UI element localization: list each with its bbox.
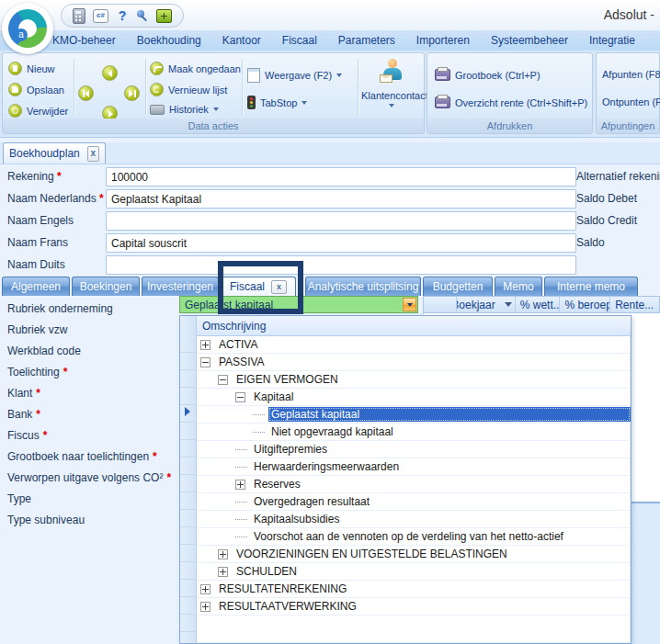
menu-parameters[interactable]: Parameters [338, 34, 395, 47]
dropdown-column-header[interactable]: Omschrijving [197, 316, 631, 336]
menu-importeren[interactable]: Importeren [416, 34, 470, 47]
menu-systeembeheer[interactable]: Systeembeheer [491, 34, 568, 47]
side-label-saldo-debet: Saldo Debet [576, 192, 637, 205]
branch-icon [253, 406, 265, 415]
expand-icon[interactable] [200, 602, 211, 612]
tree-item-reserves[interactable]: Reserves [197, 476, 631, 493]
dropdown-caret-icon [336, 73, 342, 77]
branch-icon [235, 528, 247, 537]
tree-item-overgedragen-resultaat[interactable]: Overgedragen resultaat [197, 493, 631, 511]
expand-icon[interactable] [200, 584, 211, 594]
nav-previous-button[interactable] [102, 65, 118, 81]
tree-item-uitgiftepremies[interactable]: Uitgiftepremies [197, 441, 631, 458]
tree-item-voorzieningen[interactable]: VOORZIENINGEN EN UITGESTELDE BELASTINGEN [197, 546, 631, 563]
ribbon-group-afdrukken: Grootboek (Ctrl+P) Overzicht rente (Ctrl… [427, 52, 593, 134]
menu-fiscaal[interactable]: Fiscaal [282, 34, 317, 47]
nieuw-button[interactable]: Nieuw [8, 62, 55, 75]
tree-item-passiva[interactable]: PASSIVA [197, 354, 631, 371]
menu-kmo-beheer[interactable]: KMO-beheer [52, 34, 116, 47]
naam-frans-input[interactable] [106, 233, 576, 253]
monitor-plus-icon[interactable] [156, 8, 172, 24]
tree-item-activa[interactable]: ACTIVA [197, 336, 631, 354]
tabstop-button[interactable]: TabStop [247, 96, 307, 109]
klantencontact-button[interactable]: Klantencontact [361, 57, 422, 107]
menu-integratie[interactable]: Integratie [589, 34, 635, 47]
tab-investeringen[interactable]: Investeringen [142, 277, 219, 296]
naam-engels-input[interactable] [106, 211, 576, 231]
historiek-button[interactable]: Historiek [150, 104, 219, 115]
column-header-pct-wett[interactable]: % wett... [516, 297, 561, 312]
opslaan-button[interactable]: Opslaan [8, 83, 64, 96]
app-logo[interactable]: a [2, 3, 53, 54]
tree-item-eigen-vermogen[interactable]: EIGEN VERMOGEN [197, 371, 631, 389]
pin-icon[interactable] [136, 8, 149, 24]
column-header-boekjaar[interactable]: Boekjaar [457, 297, 516, 312]
menu-boekhouding[interactable]: Boekhouding [137, 34, 201, 47]
vernieuw-lijst-button[interactable]: Vernieuw lijst [150, 83, 227, 96]
tree-item-resultaatverwerking[interactable]: RESULTAATVERWERKING [197, 598, 631, 616]
expand-icon[interactable] [218, 549, 228, 559]
detail-tab-strip: Algemeen Boekingen Investeringen Fiscaal… [0, 276, 660, 296]
nav-first-button[interactable] [78, 85, 94, 101]
column-header-pct-beroep[interactable]: % beroep [560, 297, 610, 312]
customer-contact-icon [380, 59, 404, 86]
tree-item-schulden[interactable]: SCHULDEN [197, 563, 631, 581]
required-marker: * [43, 429, 48, 442]
tree-item-voorschot-vennoten[interactable]: Voorschot aan de vennoten op de verdelin… [197, 528, 631, 546]
tab-algemeen[interactable]: Algemeen [2, 277, 70, 296]
branch-icon [253, 424, 265, 433]
tab-boekhoudplan[interactable]: Boekhoudplan x [3, 142, 106, 164]
maak-ongedaan-button[interactable]: Maak ongedaan [150, 62, 241, 75]
tree-item-geplaatst-kapitaal[interactable]: Geplaatst kapitaal [197, 406, 631, 424]
tab-budgetten[interactable]: Budgetten [423, 277, 493, 296]
naam-nederlands-input[interactable] [106, 189, 576, 209]
collapse-icon[interactable] [235, 392, 245, 402]
tree-item-resultatenrekening[interactable]: RESULTATENREKENING [197, 581, 631, 598]
label-verworpen-uitgave: Verworpen uitgave volgens CO²* [0, 468, 176, 489]
naam-duits-input[interactable] [106, 255, 576, 275]
combo-dropdown-button[interactable] [403, 298, 416, 311]
tree-item-herwaarderingsmeerwaarden[interactable]: Herwaarderingsmeerwaarden [197, 458, 631, 476]
weergave-button[interactable]: Weergave (F2) [247, 68, 342, 83]
grootboek-button[interactable]: Grootboek (Ctrl+P) [435, 69, 541, 81]
tab-interne-memo[interactable]: Interne memo [544, 277, 638, 296]
expand-icon[interactable] [200, 340, 211, 350]
group-label-afdrukken: Afdrukken [427, 119, 592, 133]
sort-icon [505, 302, 512, 307]
required-marker: * [57, 170, 62, 183]
tab-boekingen[interactable]: Boekingen [72, 277, 140, 296]
side-label-alternatief-rekening: Alternatief rekening [576, 170, 660, 183]
rubriek-onderneming-combo[interactable]: Geplaatst kapitaal [179, 296, 418, 313]
ribbon-group-afpuntingen: Afpunten (F8) Ontpunten (F9) Afpuntingen [596, 52, 660, 134]
verwijder-button[interactable]: Verwijder [8, 104, 68, 118]
column-header-rente[interactable]: Rente... [610, 297, 659, 312]
collapse-icon[interactable] [218, 375, 228, 385]
collapse-icon[interactable] [200, 357, 211, 367]
tree-item-kapitaal[interactable]: Kapitaal [197, 389, 631, 406]
afpunten-button[interactable]: Afpunten (F8) [602, 69, 660, 80]
view-icon [247, 68, 260, 83]
dropdown-caret-icon [213, 107, 219, 111]
close-icon[interactable]: x [87, 146, 99, 162]
csharp-icon[interactable] [93, 8, 108, 24]
tab-analytische-uitsplitsing[interactable]: Analytische uitsplitsing [305, 277, 421, 296]
calculator-icon[interactable] [73, 8, 85, 24]
close-icon[interactable]: x [271, 280, 287, 294]
label-type-subniveau: Type subniveau [0, 510, 176, 531]
menu-kantoor[interactable]: Kantoor [222, 34, 261, 47]
tab-fiscaal[interactable]: Fiscaal x [221, 277, 296, 296]
rekening-input[interactable] [106, 167, 576, 186]
group-label-afpuntingen: Afpuntingen [597, 119, 659, 133]
tree-item-niet-opgevraagd-kapitaal[interactable]: Niet opgevraagd kapitaal [197, 424, 631, 441]
help-icon[interactable] [116, 8, 129, 24]
overzicht-rente-button[interactable]: Overzicht rente (Ctrl+Shift+P) [435, 96, 587, 108]
branch-icon [235, 493, 247, 503]
column-header-blank[interactable] [424, 297, 457, 312]
title-bar: Adsolut - [0, 0, 660, 30]
tab-memo[interactable]: Memo [495, 277, 542, 296]
tree-item-kapitaalsubsidies[interactable]: Kapitaalsubsidies [197, 511, 631, 528]
expand-icon[interactable] [235, 480, 245, 490]
expand-icon[interactable] [218, 567, 228, 577]
ontpunten-button[interactable]: Ontpunten (F9) [602, 96, 660, 107]
nav-last-button[interactable] [124, 85, 140, 101]
